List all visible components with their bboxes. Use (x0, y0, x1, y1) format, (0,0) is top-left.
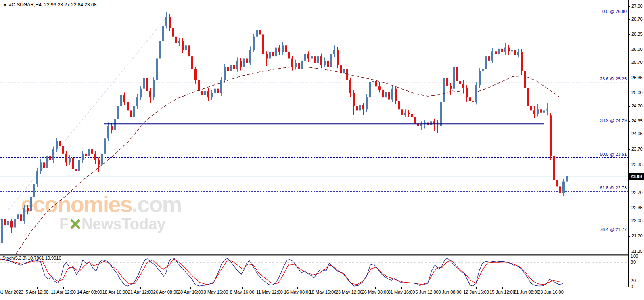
date-tick-label: 12 Jun 16:00 (463, 290, 489, 294)
date-tick-mark (551, 287, 551, 289)
price-tick-label: 24.05 (631, 131, 643, 136)
date-tick-label: 5 Apr 12:00 (26, 290, 48, 294)
ohlc-readout: 22.96 23.27 22.84 23.08 (44, 2, 96, 8)
date-tick-mark (190, 287, 191, 289)
price-tick-mark (628, 208, 630, 208)
stochastic-indicator-pane[interactable] (0, 255, 628, 287)
date-tick-mark (166, 287, 166, 289)
price-tick-mark (628, 236, 630, 237)
date-tick-mark (140, 287, 141, 289)
date-tick-mark (297, 287, 298, 289)
fib-label: 23.6 @ 25.25 (600, 76, 627, 81)
date-tick-label: 26 Apr 08:00 (153, 290, 178, 294)
date-tick-mark (270, 287, 270, 289)
candles[interactable] (1, 12, 568, 250)
fib-label: 61.8 @ 22.73 (600, 185, 627, 190)
stoch-axis-label: 20 (631, 278, 636, 283)
date-tick-mark (427, 287, 427, 289)
date-tick-label: 8 Jun 08:00 (438, 290, 462, 294)
date-tick-mark (527, 287, 527, 289)
stochastic-label: Stoch(5,3,3) 10.7861 19.9916 (2, 256, 61, 260)
date-tick-mark (11, 287, 11, 289)
stochastic-values: 10.7861 19.9916 (28, 256, 61, 260)
date-tick-mark (450, 287, 450, 289)
date-tick-label: 3 May 16:00 (204, 290, 228, 294)
price-tick-label: 24.35 (631, 118, 643, 123)
date-tick-label: 31 Mar 2023 (0, 290, 23, 294)
date-tick-label: 21 Apr 12:00 (128, 290, 153, 294)
price-tick-mark (628, 134, 630, 134)
price-tick-mark (628, 121, 630, 122)
price-tick-mark (628, 34, 630, 35)
date-tick-label: 14 Apr 08:00 (77, 290, 102, 294)
date-tick-label: 15 Jun 12:00 (489, 290, 515, 294)
price-tick-label: 25.35 (631, 75, 643, 80)
price-tick-mark (628, 193, 630, 193)
trading-chart-window: ▼#C-SUGAR,H4 22.96 23.27 22.84 23.08 eco… (0, 0, 644, 300)
stochastic-name: Stoch(5,3,3) (2, 256, 27, 260)
price-tick-label: 26.70 (631, 17, 643, 21)
fib-label: 0.0 @ 26.80 (602, 9, 627, 14)
price-tick-mark (628, 149, 630, 150)
stoch-axis-label: 100 (631, 254, 638, 258)
date-tick-label: 18 Apr 16:00 (102, 290, 128, 294)
time-axis-line (0, 287, 644, 287)
stoch-axis-label: 80 (631, 260, 636, 264)
main-price-chart[interactable] (0, 0, 628, 255)
symbol-dropdown-icon[interactable]: ▼ (3, 3, 7, 7)
price-tick-label: 26.00 (631, 47, 643, 52)
trendline[interactable] (0, 15, 169, 220)
date-tick-label: 23 Jun 16:00 (538, 290, 564, 294)
fib-label: 38.2 @ 24.29 (600, 118, 627, 123)
price-axis-line (628, 0, 629, 287)
date-tick-mark (375, 287, 376, 289)
price-tick-label: 24.70 (631, 103, 643, 108)
date-tick-label: 23 May 12:00 (336, 290, 363, 294)
price-tick-mark (628, 19, 630, 20)
price-tick-mark (628, 221, 630, 221)
date-tick-mark (349, 287, 349, 289)
price-tick-mark (628, 252, 630, 252)
price-tick-label: 22.05 (631, 218, 643, 223)
price-tick-mark (628, 63, 630, 63)
price-tick-label: 21.35 (631, 249, 643, 254)
price-tick-label: 21.70 (631, 233, 643, 238)
price-tick-label: 25.00 (631, 90, 643, 95)
chart-title: ▼#C-SUGAR,H4 22.96 23.27 22.84 23.08 (3, 2, 96, 8)
date-tick-mark (115, 287, 115, 289)
date-tick-mark (242, 287, 243, 289)
price-tick-mark (628, 106, 630, 107)
price-tick-label: 26.35 (631, 31, 643, 36)
price-tick-label: 23.35 (631, 162, 643, 167)
price-tick-mark (628, 165, 630, 165)
date-tick-label: 8 May 16:00 (230, 290, 255, 294)
fib-label: 76.4 @ 21.77 (600, 227, 627, 232)
price-tick-label: 25.70 (631, 60, 643, 65)
date-tick-mark (37, 287, 38, 289)
date-tick-label: 5 Jun 12:00 (415, 290, 439, 294)
price-tick-label: 22.35 (631, 205, 643, 210)
date-tick-label: 28 Apr 16:00 (178, 290, 203, 294)
stoch-main-line[interactable] (0, 258, 563, 286)
price-tick-label: 22.70 (631, 190, 643, 195)
date-tick-mark (502, 287, 503, 289)
date-tick-label: 11 Apr 12:00 (51, 290, 76, 294)
date-tick-mark (216, 287, 216, 289)
date-tick-mark (323, 287, 323, 289)
price-tick-mark (628, 93, 630, 93)
symbol-period-label: #C-SUGAR,H4 (9, 2, 42, 8)
date-tick-label: 11 May 12:00 (256, 290, 283, 294)
price-tick-mark (628, 50, 630, 50)
price-tick-mark (628, 78, 630, 78)
date-tick-label: 26 May 08:00 (362, 290, 389, 294)
moving-average-line[interactable] (16, 67, 559, 254)
date-tick-mark (90, 287, 90, 289)
date-tick-label: 16 May 08:00 (284, 290, 311, 294)
fib-label: 50.0 @ 23.51 (600, 152, 627, 157)
date-tick-label: 31 May 16:00 (388, 290, 415, 294)
price-tick-label: 23.70 (631, 147, 643, 151)
date-tick-mark (63, 287, 64, 289)
current-price-badge: 23.08 (628, 173, 644, 180)
price-tick-mark (628, 6, 630, 7)
price-tick-label: 27.00 (631, 4, 643, 8)
